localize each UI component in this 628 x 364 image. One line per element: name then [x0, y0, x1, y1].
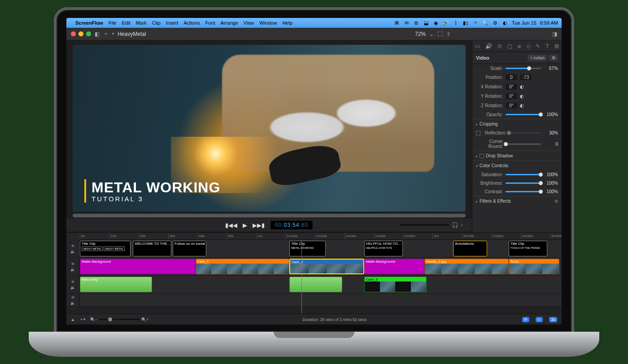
timeline-zoom-slider[interactable]	[99, 319, 140, 320]
spotlight-icon[interactable]: 🔍	[482, 20, 488, 26]
scrub-toggle[interactable]: ⟳	[522, 317, 529, 322]
track-header[interactable]: 👁🔈	[66, 240, 80, 257]
menubar-time[interactable]: 8:58 AM	[540, 20, 558, 26]
magnet-toggle[interactable]: ⊂	[536, 317, 543, 322]
zrot-dial-icon[interactable]: ◐	[520, 103, 524, 108]
menubar-date[interactable]: Tue Jun 15	[512, 20, 536, 26]
scale-slider[interactable]	[506, 68, 541, 69]
opacity-slider[interactable]	[506, 114, 541, 115]
menu-help[interactable]: Help	[282, 20, 292, 26]
color-controls-section[interactable]: ▾Color Controls	[472, 160, 562, 170]
track-mute-icon[interactable]: 🔈	[70, 285, 75, 290]
chevron-down-icon[interactable]: ⌄	[429, 31, 434, 37]
tab-library-icon[interactable]: ⊞	[554, 43, 559, 49]
position-y-field[interactable]: -73	[520, 74, 532, 80]
xrot-field[interactable]: 0°	[506, 84, 517, 90]
clip-cam2-selected[interactable]: Cam_2	[289, 259, 364, 274]
tab-text2-icon[interactable]: T	[545, 43, 549, 49]
clip-matte[interactable]: Matte-Background	[80, 259, 196, 274]
canvas-scrollbar[interactable]	[73, 213, 466, 218]
facetime-icon[interactable]: ⌘	[393, 20, 400, 26]
headphones-icon[interactable]: 🎧	[452, 222, 458, 228]
zoom-out-icon[interactable]: 🔍−	[90, 317, 97, 322]
xrot-dial-icon[interactable]: ◐	[520, 84, 524, 89]
clip-annotations[interactable]: Annotations	[453, 241, 487, 256]
menu-view[interactable]: View	[244, 20, 254, 26]
inspector-gear-icon[interactable]: ⚙	[549, 55, 558, 61]
next-edit-button[interactable]: ▶▶▮	[253, 222, 265, 229]
menu-window[interactable]: Window	[259, 20, 277, 26]
add-filter-icon[interactable]: ⊕	[554, 199, 558, 204]
opacity-value[interactable]: 100%	[544, 112, 558, 117]
wifi-icon[interactable]: ⌔	[472, 20, 479, 26]
zrot-field[interactable]: 0°	[506, 103, 517, 108]
clip-cam1[interactable]: Cam_1	[196, 259, 289, 274]
track-visibility-icon[interactable]: 👁	[71, 295, 75, 300]
saturation-value[interactable]: 100%	[544, 172, 558, 177]
track-mute-icon[interactable]: 🔈	[70, 249, 75, 254]
filters-section[interactable]: ▸Filters & Effects ⊕	[472, 196, 562, 206]
yrot-dial-icon[interactable]: ◐	[520, 94, 524, 99]
loop-icon[interactable]: ‹	[461, 222, 463, 228]
tab-annotations-icon[interactable]: ◇	[526, 43, 530, 49]
reflection-slider[interactable]	[509, 132, 541, 134]
clip-intro-song[interactable]: Intro song	[80, 277, 152, 292]
volume-slider[interactable]	[400, 224, 449, 226]
siri-icon[interactable]: ◐	[502, 20, 508, 26]
clip-tools[interactable]: Tools	[509, 259, 559, 274]
tab-touch-icon[interactable]: ⌀	[518, 43, 521, 49]
canvas-zoom-value[interactable]: 72%	[415, 31, 426, 37]
corner-round-value[interactable]: 0	[544, 142, 558, 147]
clip-matte[interactable]: Matte-Background	[364, 259, 424, 274]
brightness-slider[interactable]	[506, 182, 541, 184]
bluetooth-icon[interactable]: ᛒ	[453, 20, 459, 26]
menu-clip[interactable]: Clip	[152, 20, 161, 26]
reflection-checkbox[interactable]	[476, 131, 480, 135]
clip-title[interactable]: Follow us on social m…	[173, 241, 206, 256]
play-button[interactable]: ▶	[243, 222, 247, 229]
canvas-title-overlay[interactable]: METAL WORKING TUTORIAL 3	[84, 179, 220, 203]
contrast-slider[interactable]	[506, 191, 541, 192]
zoom-in-icon[interactable]: 🔍+	[141, 317, 148, 322]
drop-shadow-section[interactable]: ▸Drop Shadow	[472, 151, 562, 160]
clip-title[interactable]: WELCOME TO THE…	[133, 241, 171, 256]
window-minimize-button[interactable]	[78, 31, 83, 36]
contrast-value[interactable]: 100%	[544, 189, 558, 194]
scale-value[interactable]: 67%	[544, 66, 558, 71]
track-header[interactable]: 👁🔈	[66, 258, 80, 275]
dropbox-icon[interactable]: ⬓	[423, 20, 429, 26]
crop-icon[interactable]: ⛶	[437, 31, 443, 37]
app-name-menu[interactable]: ScreenFlow	[75, 20, 103, 26]
pointer-tool-icon[interactable]: ▲	[71, 317, 75, 322]
tab-video-icon[interactable]: ▭	[475, 43, 480, 49]
prev-edit-button[interactable]: ▮◀◀	[225, 222, 237, 229]
tab-callout-icon[interactable]: ▢	[507, 43, 512, 49]
clip-title[interactable]: Title ClipTOOLS OF THE TRADE	[509, 241, 547, 256]
messages-icon[interactable]: ✉	[403, 20, 410, 26]
track-header[interactable]: 👁🔈	[66, 276, 80, 293]
control-center-icon[interactable]: ⚙	[492, 20, 498, 26]
saturation-slider[interactable]	[506, 174, 541, 175]
add-button[interactable]: ＋	[103, 30, 109, 38]
clip-title[interactable]: HELPFUL HOW-TO…HELPFUL HOW-TO'S	[364, 241, 403, 256]
brightness-value[interactable]: 100%	[544, 181, 558, 186]
tab-text-icon[interactable]: ✎	[536, 43, 540, 49]
track-body[interactable]: Intro song Cam_3	[80, 276, 562, 293]
panel-toggle-icon[interactable]: ◨	[552, 31, 557, 37]
sidebar-toggle-icon[interactable]: ◧	[95, 31, 100, 37]
menu-insert[interactable]: Insert	[166, 20, 179, 26]
track-visibility-icon[interactable]: 👁	[71, 244, 75, 248]
menu-mark[interactable]: Mark	[135, 20, 146, 26]
menu-arrange[interactable]: Arrange	[220, 20, 238, 26]
cropping-section[interactable]: ▸Cropping	[472, 119, 562, 129]
menu-font[interactable]: Font	[205, 20, 215, 26]
track-visibility-icon[interactable]: 👁	[71, 280, 75, 284]
share-icon[interactable]: ⇪	[446, 31, 451, 37]
clip-cam3[interactable]: Cam_3	[364, 277, 427, 292]
battery-icon[interactable]: ▮▯	[462, 20, 469, 26]
position-x-field[interactable]: 0	[506, 74, 517, 80]
yrot-field[interactable]: 0°	[506, 93, 517, 99]
track-body[interactable]	[80, 294, 562, 307]
menu-edit[interactable]: Edit	[122, 20, 130, 26]
timeline-ruler[interactable]: 0s 10s 20s 30s 40s 50s 1m 1m10s 1m20s 1m…	[80, 233, 562, 240]
